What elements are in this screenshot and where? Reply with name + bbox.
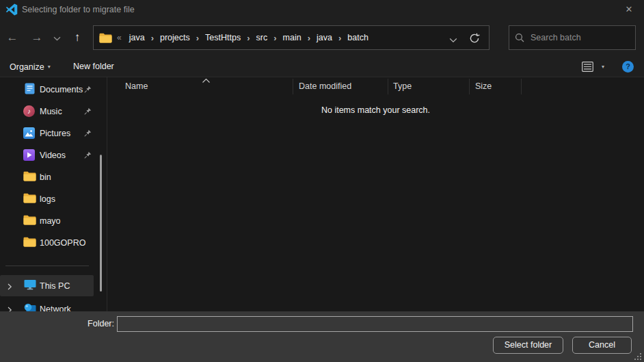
sidebar-scrollbar[interactable] [100,155,102,292]
breadcrumb-item-projects[interactable]: projects [154,33,196,42]
network-icon [23,303,36,311]
column-header-name[interactable]: Name [125,77,148,95]
chevron-right-icon[interactable] [7,283,12,292]
command-bar: Organize▾ New folder ▾ ? [0,57,644,77]
vscode-icon [5,3,18,16]
pictures-icon [23,127,36,139]
refresh-button[interactable] [469,33,480,46]
organize-button[interactable]: Organize▾ [10,57,51,77]
up-button[interactable]: ↑ [68,27,87,49]
cancel-button[interactable]: Cancel [572,337,632,354]
column-divider[interactable] [521,79,522,94]
sidebar-item-label: logs [40,194,55,204]
videos-icon [23,149,36,161]
navigation-bar: ← → ↑ « java › projects › TestHttps › sr… [0,19,644,57]
pin-icon [84,151,92,161]
chevron-down-icon [53,36,61,41]
sidebar-item-label: 100GOPRO [40,238,85,248]
close-button[interactable]: ✕ [618,0,640,19]
sidebar-item-mayo[interactable]: mayo [0,210,94,231]
sidebar-item-network[interactable]: Network [0,298,94,311]
file-list: Name Date modified Type Size No items ma… [107,77,644,311]
pin-icon [84,86,92,95]
sidebar-item-label: Documents [40,85,83,94]
breadcrumb-item-testhttps[interactable]: TestHttps [199,33,247,42]
resize-grip[interactable] [634,353,641,360]
column-divider[interactable] [388,79,388,94]
chevron-down-icon [449,38,457,43]
breadcrumb-item-java[interactable]: java [123,33,151,42]
sidebar-item-pictures[interactable]: Pictures [0,122,94,144]
change-view-button[interactable]: ▾ [582,62,604,72]
column-divider[interactable] [293,79,293,94]
sidebar-item-bin[interactable]: bin [0,166,94,188]
folder-icon [23,171,36,183]
dialog-content: Documents ♪ Music [0,77,644,311]
sidebar-item-label: This PC [40,281,70,291]
folder-icon [23,193,36,205]
sidebar-item-100gopro[interactable]: 100GOPRO [0,232,94,253]
sidebar-item-logs[interactable]: logs [0,188,94,209]
documents-icon [23,83,36,96]
sidebar-item-music[interactable]: ♪ Music [0,101,94,122]
recent-locations-button[interactable] [49,27,64,49]
breadcrumb-item-batch[interactable]: batch [341,33,375,42]
sidebar-item-label: Videos [40,151,66,160]
folder-icon [99,33,112,43]
details-view-icon [582,62,593,72]
chevron-right-icon[interactable] [7,306,12,311]
sidebar-item-label: Music [40,107,62,116]
search-box[interactable] [509,25,636,50]
sidebar-item-label: Network [40,305,71,312]
column-header-size[interactable]: Size [475,77,492,95]
sidebar-separator [5,266,89,266]
sidebar-item-label: bin [40,172,51,182]
music-note-glyph: ♪ [23,105,35,117]
select-folder-button[interactable]: Select folder [493,337,563,354]
music-icon: ♪ [23,105,36,117]
address-dropdown-button[interactable] [449,36,457,45]
folder-icon [23,215,36,227]
address-bar[interactable]: « java › projects › TestHttps › src › ma… [93,25,489,50]
pin-icon [84,129,92,139]
forward-button[interactable]: → [27,27,46,49]
sidebar-item-this-pc[interactable]: This PC [0,275,94,296]
dialog-footer: Folder: Select folder Cancel [0,311,644,362]
column-divider[interactable] [469,79,470,94]
breadcrumb-item-java2[interactable]: java [310,33,338,42]
dropdown-caret-icon: ▾ [48,64,51,70]
sidebar-item-label: mayo [40,216,61,226]
search-icon [515,33,524,42]
sort-ascending-icon [202,77,211,86]
breadcrumb-item-main[interactable]: main [277,33,308,42]
folder-icon [23,237,36,249]
folder-picker-dialog: Selecting folder to migrate file ✕ ← → ↑… [0,0,644,362]
column-header-type[interactable]: Type [393,77,412,95]
dropdown-caret-icon: ▾ [602,64,604,70]
folder-label: Folder: [62,316,114,332]
sidebar-item-label: Pictures [40,129,70,138]
column-header-date-modified[interactable]: Date modified [299,77,351,95]
folder-input[interactable] [117,316,633,332]
pin-icon [84,107,92,117]
sidebar-item-videos[interactable]: Videos [0,144,94,166]
refresh-icon [469,33,480,44]
window-title: Selecting folder to migrate file [22,0,135,19]
organize-label: Organize [10,62,44,72]
breadcrumb-overflow[interactable]: « [117,33,122,42]
sidebar-item-documents[interactable]: Documents [0,79,94,100]
new-folder-button[interactable]: New folder [73,57,114,77]
empty-state-message: No items match your search. [107,105,644,115]
navigation-pane: Documents ♪ Music [0,77,107,311]
this-pc-icon [23,279,36,292]
back-button[interactable]: ← [3,27,22,49]
titlebar: Selecting folder to migrate file ✕ [0,0,644,19]
breadcrumb-item-src[interactable]: src [250,33,274,42]
search-input[interactable] [531,33,641,42]
help-button[interactable]: ? [622,61,634,73]
